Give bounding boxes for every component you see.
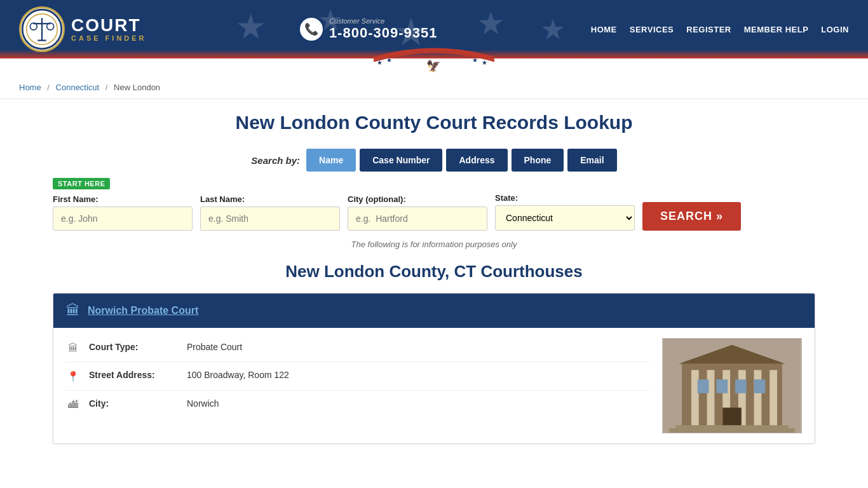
court-type-value: Probate Court bbox=[187, 342, 242, 352]
svg-rect-18 bbox=[707, 370, 715, 426]
city-input[interactable] bbox=[348, 207, 487, 231]
city-label: City (optional): bbox=[348, 194, 487, 204]
court-type-label: Court Type: bbox=[89, 342, 178, 352]
svg-rect-24 bbox=[716, 379, 728, 393]
city-detail-value: Norwich bbox=[187, 398, 219, 409]
svg-rect-26 bbox=[754, 379, 766, 393]
info-note: The following is for information purpose… bbox=[53, 240, 815, 249]
court-details: 🏛 Court Type: Probate Court 📍 Street Add… bbox=[66, 328, 649, 444]
last-name-field: Last Name: bbox=[200, 194, 340, 231]
first-name-field: First Name: bbox=[53, 194, 193, 231]
svg-text:★: ★ bbox=[482, 59, 487, 66]
main-content: New London County Court Records Lookup S… bbox=[27, 99, 841, 470]
court-image-area bbox=[662, 328, 802, 444]
nav-register[interactable]: REGISTER bbox=[686, 25, 731, 34]
city-detail-label: City: bbox=[89, 398, 178, 409]
last-name-input[interactable] bbox=[200, 207, 340, 231]
cs-phone: 1-800-309-9351 bbox=[329, 25, 438, 41]
breadcrumb: Home / Connecticut / New London bbox=[0, 76, 868, 99]
court-name-link[interactable]: Norwich Probate Court bbox=[88, 305, 198, 316]
state-field: State: Connecticut Alabama Alaska Arizon… bbox=[495, 193, 635, 231]
state-label: State: bbox=[495, 193, 635, 203]
tab-address[interactable]: Address bbox=[446, 149, 507, 172]
svg-rect-22 bbox=[770, 370, 777, 426]
ribbon-divider: ★ ★ ★ ★ 🦅 bbox=[0, 58, 868, 76]
last-name-label: Last Name: bbox=[200, 194, 340, 204]
court-type-icon: 🏛 bbox=[66, 342, 80, 354]
page-title: New London County Court Records Lookup bbox=[53, 112, 815, 133]
svg-rect-23 bbox=[698, 379, 709, 393]
form-row: First Name: Last Name: City (optional): … bbox=[53, 193, 815, 231]
svg-text:★: ★ bbox=[386, 57, 392, 64]
logo-case-finder-label: CASE FINDER bbox=[71, 34, 147, 42]
first-name-label: First Name: bbox=[53, 194, 193, 204]
city-row: 🏙 City: Norwich bbox=[66, 391, 649, 418]
court-type-row: 🏛 Court Type: Probate Court bbox=[66, 334, 649, 362]
start-here-badge: START HERE bbox=[53, 178, 110, 189]
ribbon-eagle: ★ ★ ★ ★ 🦅 bbox=[370, 47, 498, 76]
main-nav: HOME SERVICES REGISTER MEMBER HELP LOGIN bbox=[591, 25, 849, 34]
search-by-row: Search by: Name Case Number Address Phon… bbox=[53, 149, 815, 172]
breadcrumb-state[interactable]: Connecticut bbox=[56, 83, 100, 92]
svg-rect-21 bbox=[754, 370, 762, 426]
search-form-area: START HERE First Name: Last Name: City (… bbox=[53, 178, 815, 231]
nav-login[interactable]: LOGIN bbox=[821, 25, 849, 34]
svg-text:🦅: 🦅 bbox=[426, 59, 441, 73]
breadcrumb-current: New London bbox=[114, 83, 160, 92]
logo-text: COURT CASE FINDER bbox=[71, 17, 147, 42]
breadcrumb-sep-2: / bbox=[105, 83, 108, 92]
logo-icon bbox=[21, 8, 63, 50]
court-card-body: 🏛 Court Type: Probate Court 📍 Street Add… bbox=[53, 328, 815, 444]
tab-phone[interactable]: Phone bbox=[512, 149, 564, 172]
city-field: City (optional): bbox=[348, 194, 487, 231]
logo-area: COURT CASE FINDER bbox=[19, 6, 147, 52]
breadcrumb-sep-1: / bbox=[47, 83, 50, 92]
courthouses-title: New London County, CT Courthouses bbox=[53, 262, 815, 281]
street-address-row: 📍 Street Address: 100 Broadway, Room 122 bbox=[66, 362, 649, 391]
address-icon: 📍 bbox=[66, 370, 80, 383]
court-image bbox=[662, 338, 802, 433]
courthouse-icon: 🏛 bbox=[66, 302, 80, 319]
svg-rect-25 bbox=[735, 379, 747, 393]
tab-email[interactable]: Email bbox=[567, 149, 616, 172]
nav-member-help[interactable]: MEMBER HELP bbox=[744, 25, 809, 34]
tab-name[interactable]: Name bbox=[306, 149, 356, 172]
svg-rect-17 bbox=[691, 370, 699, 426]
cs-label: Customer Service bbox=[329, 17, 438, 25]
svg-text:★: ★ bbox=[377, 59, 383, 66]
svg-text:★: ★ bbox=[472, 57, 478, 64]
street-address-label: Street Address: bbox=[89, 370, 178, 380]
state-select[interactable]: Connecticut Alabama Alaska Arizona Arkan… bbox=[495, 205, 635, 231]
svg-rect-27 bbox=[722, 408, 742, 427]
street-address-value: 100 Broadway, Room 122 bbox=[187, 370, 289, 380]
cs-text: Customer Service 1-800-309-9351 bbox=[329, 17, 438, 41]
search-button[interactable]: SEARCH » bbox=[642, 202, 741, 231]
first-name-input[interactable] bbox=[53, 207, 193, 231]
customer-service: 📞 Customer Service 1-800-309-9351 bbox=[300, 17, 438, 41]
phone-icon: 📞 bbox=[300, 18, 323, 41]
logo-circle bbox=[19, 6, 65, 52]
city-icon: 🏙 bbox=[66, 399, 80, 410]
court-card-header: 🏛 Norwich Probate Court bbox=[53, 294, 815, 328]
svg-rect-29 bbox=[669, 428, 794, 433]
court-card: 🏛 Norwich Probate Court 🏛 Court Type: Pr… bbox=[53, 293, 815, 444]
search-by-label: Search by: bbox=[251, 155, 300, 166]
logo-court-label: COURT bbox=[71, 17, 147, 34]
nav-services[interactable]: SERVICES bbox=[630, 25, 674, 34]
tab-case-number[interactable]: Case Number bbox=[360, 149, 442, 172]
nav-home[interactable]: HOME bbox=[591, 25, 617, 34]
breadcrumb-home[interactable]: Home bbox=[19, 83, 41, 92]
